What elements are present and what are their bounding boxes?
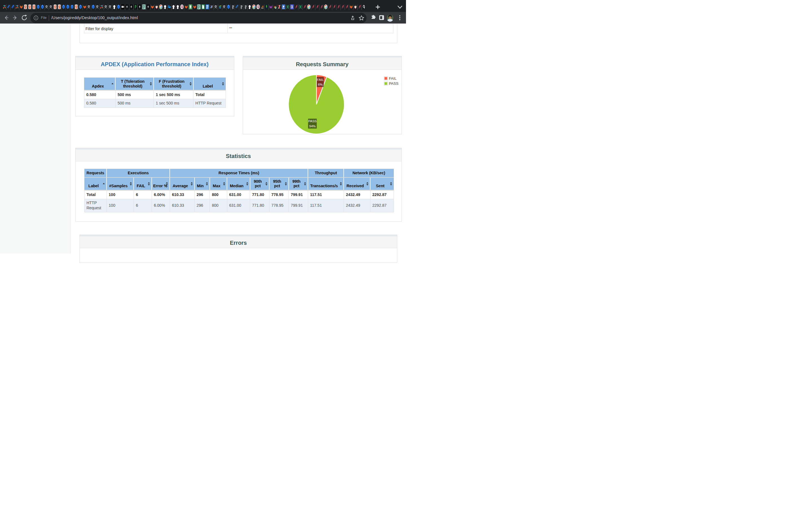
svg-text:PASS: PASS	[389, 81, 398, 86]
svg-text:94%: 94%	[309, 124, 316, 128]
svg-text:6%: 6%	[318, 83, 323, 86]
svg-text:FAIL: FAIL	[317, 78, 324, 81]
svg-text:PASS: PASS	[308, 119, 317, 123]
svg-text:FAIL: FAIL	[389, 76, 396, 80]
